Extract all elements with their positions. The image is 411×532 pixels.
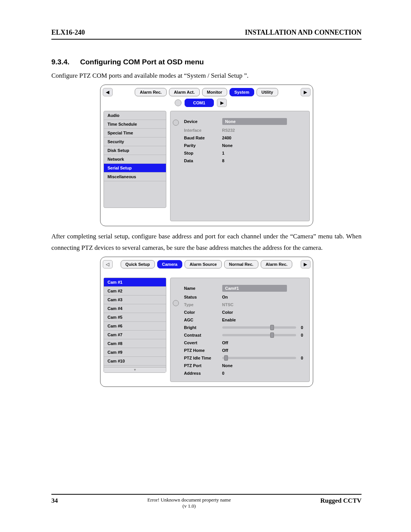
- setting-row: Address0: [175, 369, 305, 377]
- setting-value[interactable]: 2400: [221, 134, 305, 142]
- setting-row: ColorColor: [175, 308, 305, 316]
- com-port-button[interactable]: COM1: [185, 99, 214, 107]
- slider-control[interactable]: 0: [221, 324, 305, 331]
- sidebar-item-cam-6[interactable]: Cam #6: [104, 322, 166, 331]
- sidebar-list: AudioTime ScheduleSpecial TimeSecurityDi…: [104, 111, 166, 208]
- tab-camera[interactable]: Camera: [157, 260, 182, 268]
- tab-alarm-rec-[interactable]: Alarm Rec.: [261, 260, 292, 268]
- setting-label: Contrast: [175, 331, 221, 339]
- setting-value[interactable]: 1: [221, 149, 305, 157]
- screenshot-camera-setup: ◁ Quick SetupCameraAlarm SourceNormal Re…: [100, 257, 313, 387]
- tab-system[interactable]: System: [229, 88, 254, 96]
- setting-label: Address: [175, 369, 221, 377]
- setting-row: Stop1: [175, 149, 305, 157]
- slider-control[interactable]: 0: [221, 331, 305, 339]
- tab-alarm-source[interactable]: Alarm Source: [185, 260, 222, 268]
- setting-label: Baud Rate: [175, 134, 221, 142]
- setting-label: PTZ Home: [175, 347, 221, 354]
- camera-settings-panel: NameCam#1StatusOnTypeNTSCColorColorAGCEn…: [170, 278, 310, 382]
- setting-value[interactable]: Enable: [221, 316, 305, 324]
- tab-monitor[interactable]: Monitor: [202, 88, 227, 96]
- footer-center-line1: Error! Unknown document property name: [147, 497, 231, 503]
- tab-normal-rec-[interactable]: Normal Rec.: [224, 260, 258, 268]
- setting-row: AGCEnable: [175, 316, 305, 324]
- setting-row: Bright0: [175, 324, 305, 331]
- sidebar-item-cam-7[interactable]: Cam #7: [104, 331, 166, 339]
- nav-left-arrow-icon[interactable]: ◁: [103, 260, 113, 268]
- footer-center-line2: (v 1.0): [183, 503, 196, 509]
- setting-label: Type: [175, 301, 221, 308]
- nav-right-arrow-icon[interactable]: ▶: [301, 88, 311, 96]
- footer-page-number: 34: [51, 497, 58, 505]
- setting-row: NameCam#1: [175, 283, 305, 293]
- setting-value[interactable]: Off: [221, 339, 305, 347]
- tab-quick-setup[interactable]: Quick Setup: [121, 260, 155, 268]
- sidebar-item-miscellaneous[interactable]: Miscellaneous: [104, 173, 166, 181]
- sidebar-item-cam-9[interactable]: Cam #9: [104, 348, 166, 357]
- setting-value[interactable]: None: [221, 117, 305, 126]
- screenshot-serial-setup: ◀ Alarm Rec.Alarm Act.MonitorSystemUtili…: [100, 85, 313, 226]
- setting-value[interactable]: On: [221, 293, 305, 301]
- nav-left-arrow-icon[interactable]: ◀: [103, 88, 113, 96]
- setting-label: Color: [175, 308, 221, 316]
- setting-label: Interface: [175, 126, 221, 134]
- setting-value[interactable]: Off: [221, 347, 305, 354]
- setting-value[interactable]: Color: [221, 308, 305, 316]
- sidebar-item-cam-10[interactable]: Cam #10: [104, 357, 166, 366]
- setting-label: Stop: [175, 149, 221, 157]
- page-header: ELX16-240 INSTALLATION AND CONNECTION: [51, 29, 362, 40]
- header-left: ELX16-240: [51, 29, 85, 37]
- setting-label: Device: [175, 117, 221, 126]
- sidebar-item-cam-2[interactable]: Cam #2: [104, 287, 166, 296]
- tab-alarm-rec-[interactable]: Alarm Rec.: [135, 88, 166, 96]
- sidebar-item-cam-4[interactable]: Cam #4: [104, 304, 166, 313]
- setting-label: Data: [175, 157, 221, 165]
- setting-value[interactable]: 8: [221, 157, 305, 165]
- slider-control[interactable]: 0: [221, 354, 305, 362]
- com-next-icon[interactable]: ▶: [217, 99, 227, 107]
- sidebar-item-serial-setup[interactable]: Serial Setup: [104, 164, 166, 173]
- sidebar-item-time-schedule[interactable]: Time Schedule: [104, 120, 166, 129]
- setting-value[interactable]: NTSC: [221, 301, 305, 308]
- setting-row: PTZ Idle Time0: [175, 354, 305, 362]
- setting-value[interactable]: RS232: [221, 126, 305, 134]
- paragraph-1: Configure PTZ COM ports and available mo…: [51, 70, 362, 81]
- setting-label: Parity: [175, 142, 221, 149]
- sidebar-item-disk-setup[interactable]: Disk Setup: [104, 146, 166, 155]
- setting-label: PTZ Port: [175, 362, 221, 369]
- panel-scroll-icon[interactable]: [173, 120, 179, 126]
- sidebar-item-cam-8[interactable]: Cam #8: [104, 339, 166, 348]
- setting-row: Contrast0: [175, 331, 305, 339]
- sidebar-item-audio[interactable]: Audio: [104, 111, 166, 120]
- section-number: 9.3.4.: [51, 58, 70, 66]
- sidebar-item-network[interactable]: Network: [104, 155, 166, 164]
- setting-row: CovertOff: [175, 339, 305, 347]
- tab-utility[interactable]: Utility: [256, 88, 278, 96]
- page-footer: 34 Error! Unknown document property name…: [51, 494, 362, 509]
- com-prev-icon[interactable]: [175, 99, 182, 106]
- nav-right-arrow-icon[interactable]: ▶: [301, 260, 311, 268]
- sidebar-item-cam-5[interactable]: Cam #5: [104, 313, 166, 322]
- setting-value[interactable]: None: [221, 362, 305, 369]
- setting-value[interactable]: Cam#1: [221, 283, 305, 293]
- setting-value[interactable]: 0: [221, 369, 305, 377]
- setting-label: Status: [175, 293, 221, 301]
- setting-value[interactable]: None: [221, 142, 305, 149]
- setting-row: StatusOn: [175, 293, 305, 301]
- settings-panel: DeviceNoneInterfaceRS232Baud Rate2400Par…: [170, 111, 310, 221]
- sidebar-item-security[interactable]: Security: [104, 137, 166, 146]
- panel-scroll-icon[interactable]: [173, 300, 179, 306]
- setting-row: TypeNTSC: [175, 301, 305, 308]
- setting-label: PTZ Idle Time: [175, 354, 221, 362]
- setting-label: AGC: [175, 316, 221, 324]
- sidebar-item-special-time[interactable]: Special Time: [104, 129, 166, 137]
- sidebar-item-cam-3[interactable]: Cam #3: [104, 296, 166, 304]
- setting-row: Data8: [175, 157, 305, 165]
- sidebar-scroll-indicator-icon[interactable]: ▾: [104, 367, 166, 372]
- sidebar-item-cam-1[interactable]: Cam #1: [104, 278, 166, 287]
- tab-alarm-act-[interactable]: Alarm Act.: [169, 88, 200, 96]
- setting-row: PTZ PortNone: [175, 362, 305, 369]
- footer-right: Rugged CCTV: [320, 497, 362, 505]
- setting-label: Covert: [175, 339, 221, 347]
- sidebar-camera-list: Cam #1Cam #2Cam #3Cam #4Cam #5Cam #6Cam …: [104, 278, 166, 373]
